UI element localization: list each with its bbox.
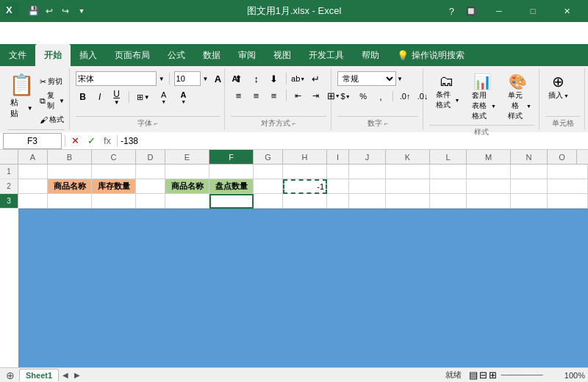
tab-review[interactable]: 审阅 bbox=[229, 44, 265, 66]
tab-file[interactable]: 文件 bbox=[0, 44, 35, 66]
cell-n1[interactable] bbox=[511, 165, 548, 179]
cell-style-arrow[interactable]: ▼ bbox=[526, 104, 531, 109]
cell-o2[interactable] bbox=[548, 179, 588, 194]
confirm-formula-icon[interactable]: ✓ bbox=[85, 134, 98, 148]
font-size-select[interactable] bbox=[174, 71, 201, 86]
col-header-g[interactable]: G bbox=[254, 150, 283, 164]
comma-button[interactable]: , bbox=[373, 90, 389, 103]
cut-button[interactable]: ✂ 剪切 bbox=[38, 76, 66, 87]
customize-qat-icon[interactable]: ▼ bbox=[74, 4, 89, 18]
increase-indent-button[interactable]: ⇥ bbox=[308, 88, 324, 103]
name-box[interactable] bbox=[3, 133, 62, 149]
left-align-button[interactable]: ≡ bbox=[231, 88, 247, 103]
row-header-2[interactable]: 2 bbox=[0, 179, 18, 194]
insert-cells-button[interactable]: ⊕ 插入 ▼ bbox=[545, 71, 572, 102]
table-format-arrow[interactable]: ▼ bbox=[491, 104, 496, 109]
number-format-dropdown[interactable]: ▼ bbox=[397, 76, 403, 82]
italic-button[interactable]: I bbox=[93, 90, 107, 104]
cell-b1[interactable] bbox=[48, 165, 92, 179]
cell-l2[interactable] bbox=[430, 179, 467, 194]
cell-i1[interactable] bbox=[327, 165, 349, 179]
border-button[interactable]: ⊞ ▼ bbox=[134, 91, 153, 104]
scroll-left-icon[interactable]: ◀ bbox=[60, 371, 71, 379]
row-header-3[interactable]: 3 bbox=[0, 194, 18, 209]
col-header-o[interactable]: O bbox=[548, 150, 577, 164]
tab-page-layout[interactable]: 页面布局 bbox=[106, 44, 159, 66]
copy-dropdown-arrow[interactable]: ▼ bbox=[59, 98, 65, 104]
increase-decimal-button[interactable]: .0↑ bbox=[397, 90, 413, 103]
decrease-indent-button[interactable]: ⇤ bbox=[290, 88, 306, 103]
increase-font-button[interactable]: A bbox=[211, 71, 226, 86]
font-name-select[interactable] bbox=[76, 71, 157, 86]
accounting-button[interactable]: $▼ bbox=[337, 90, 354, 103]
cell-i2[interactable] bbox=[327, 179, 349, 194]
cell-m3[interactable] bbox=[467, 194, 511, 209]
ribbon-display-icon[interactable]: 🔲 bbox=[460, 7, 482, 16]
tab-help[interactable]: 帮助 bbox=[353, 44, 388, 66]
minimize-button[interactable]: ─ bbox=[482, 0, 516, 22]
col-header-m[interactable]: M bbox=[467, 150, 511, 164]
cell-styles-button[interactable]: 🎨 单元格样式 ▼ bbox=[502, 71, 534, 123]
restore-button[interactable]: □ bbox=[516, 0, 550, 22]
cell-d3[interactable] bbox=[136, 194, 165, 209]
cell-k1[interactable] bbox=[386, 165, 430, 179]
cell-c3[interactable] bbox=[92, 194, 136, 209]
font-name-dropdown[interactable]: ▼ bbox=[159, 76, 165, 82]
right-align-button[interactable]: ≡ bbox=[266, 88, 282, 103]
cell-f2[interactable]: 盘点数量 bbox=[209, 179, 254, 194]
tab-home[interactable]: 开始 bbox=[35, 44, 71, 66]
tab-formula[interactable]: 公式 bbox=[159, 44, 194, 66]
cell-g3[interactable] bbox=[254, 194, 283, 209]
cell-a1[interactable] bbox=[18, 165, 48, 179]
cell-n3[interactable] bbox=[511, 194, 548, 209]
cell-k3[interactable] bbox=[386, 194, 430, 209]
col-header-n[interactable]: N bbox=[511, 150, 548, 164]
bottom-align-button[interactable]: ⬇ bbox=[266, 71, 282, 86]
row-header-1[interactable]: 1 bbox=[0, 165, 18, 179]
paste-button[interactable]: 📋 粘贴 ▼ bbox=[7, 71, 36, 120]
col-header-c[interactable]: C bbox=[92, 150, 136, 164]
cell-j1[interactable] bbox=[349, 165, 386, 179]
col-header-a[interactable]: A bbox=[18, 150, 48, 164]
cell-d1[interactable] bbox=[136, 165, 165, 179]
cell-f1[interactable] bbox=[209, 165, 254, 179]
cell-g2[interactable] bbox=[254, 179, 283, 194]
col-header-b[interactable]: B bbox=[48, 150, 92, 164]
cell-e3[interactable] bbox=[165, 194, 209, 209]
col-header-e[interactable]: E bbox=[165, 150, 209, 164]
sheet-tab-sheet1[interactable]: Sheet1 bbox=[19, 369, 59, 381]
save-icon[interactable]: 💾 bbox=[26, 4, 40, 18]
col-header-k[interactable]: K bbox=[386, 150, 430, 164]
top-align-button[interactable]: ⬆ bbox=[231, 71, 247, 86]
cell-c1[interactable] bbox=[92, 165, 136, 179]
cell-i3[interactable] bbox=[327, 194, 349, 209]
cell-g1[interactable] bbox=[254, 165, 283, 179]
cell-o3[interactable] bbox=[548, 194, 588, 209]
close-button[interactable]: ✕ bbox=[550, 0, 584, 22]
underline-button[interactable]: U ▼ bbox=[110, 90, 124, 104]
col-header-f[interactable]: F bbox=[209, 150, 254, 164]
paste-dropdown-arrow[interactable]: ▼ bbox=[27, 105, 33, 112]
cell-f3[interactable] bbox=[209, 194, 254, 209]
copy-button[interactable]: ⧉ 复制 ▼ bbox=[38, 90, 66, 112]
percent-button[interactable]: % bbox=[355, 90, 371, 103]
wrap-text-button[interactable]: ↵ bbox=[308, 71, 324, 86]
cell-l1[interactable] bbox=[430, 165, 467, 179]
cell-n2[interactable] bbox=[511, 179, 548, 194]
cell-j2[interactable] bbox=[349, 179, 386, 194]
number-expand-icon[interactable]: ⌐ bbox=[384, 120, 388, 127]
cond-format-arrow[interactable]: ▼ bbox=[454, 98, 459, 103]
cell-m2[interactable] bbox=[467, 179, 511, 194]
conditional-formatting-button[interactable]: 🗂 条件格式 ▼ bbox=[429, 71, 463, 112]
number-format-select[interactable]: 常规 数值 货币 百分比 bbox=[337, 71, 396, 86]
cell-e2[interactable]: 商品名称 bbox=[165, 179, 209, 194]
tab-developer[interactable]: 开发工具 bbox=[300, 44, 353, 66]
cell-l3[interactable] bbox=[430, 194, 467, 209]
center-align-button[interactable]: ≡ bbox=[248, 88, 265, 103]
cell-k2[interactable] bbox=[386, 179, 430, 194]
help-icon[interactable]: ? bbox=[443, 6, 460, 17]
scroll-right-icon[interactable]: ▶ bbox=[72, 371, 82, 379]
cell-a3[interactable] bbox=[18, 194, 48, 209]
redo-icon[interactable]: ↪ bbox=[58, 4, 73, 18]
cell-a2[interactable] bbox=[18, 179, 48, 194]
